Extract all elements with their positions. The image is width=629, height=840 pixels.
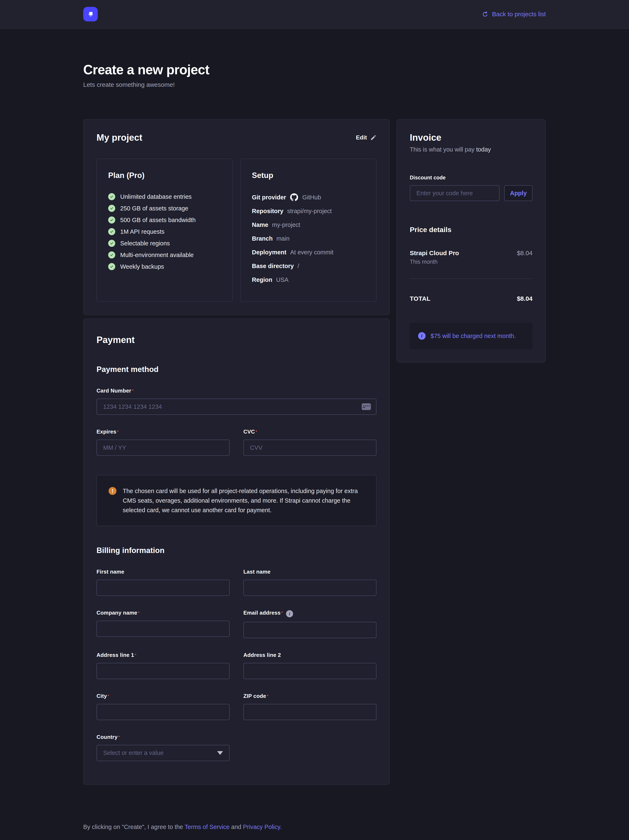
- required-asterisk: *: [118, 735, 120, 739]
- plan-feature-label: Selectable regions: [120, 240, 170, 247]
- zip-code-label: ZIP code: [243, 693, 266, 699]
- plan-feature-label: Weekly backups: [120, 263, 164, 270]
- page: Back to projects list Create a new proje…: [0, 0, 629, 840]
- check-icon: [108, 228, 115, 235]
- last-name-field: Last name: [243, 568, 377, 596]
- city-field: City*: [96, 693, 230, 720]
- invoice-title: Invoice: [410, 133, 533, 143]
- invoice-subtitle: This is what you will pay today: [410, 146, 533, 153]
- setup-row-region: Region USA: [252, 276, 365, 284]
- first-name-input[interactable]: [96, 579, 230, 596]
- apply-discount-button[interactable]: Apply: [504, 185, 533, 201]
- city-label: City: [96, 693, 107, 699]
- email-address-label: Email address: [243, 609, 281, 616]
- country-select[interactable]: Select or enter a value: [96, 745, 230, 761]
- setup-row-name: Name my-project: [252, 221, 365, 229]
- my-project-card: My project Edit: [83, 119, 390, 315]
- address-line-1-input[interactable]: [96, 663, 230, 679]
- setup-rows: Git provider GitHub Repository strapi/my…: [252, 193, 365, 284]
- setup-label: Repository: [252, 208, 283, 215]
- payment-card: Payment Payment method Card Number*: [83, 319, 390, 785]
- strapi-logo-icon: [86, 9, 95, 19]
- terms-agreement-text: By clicking on "Create", I agree to the …: [83, 824, 390, 831]
- billing-information-title: Billing information: [96, 546, 377, 555]
- invoice-card: Invoice This is what you will pay today …: [396, 119, 546, 363]
- discount-code-input[interactable]: [410, 185, 500, 201]
- setup-row-base-directory: Base directory /: [252, 262, 365, 270]
- company-name-input[interactable]: [96, 621, 230, 637]
- plan-feature: Unlimited database entries: [108, 193, 221, 200]
- back-to-projects-link[interactable]: Back to projects list: [482, 11, 546, 18]
- last-name-label: Last name: [243, 568, 270, 575]
- company-name-label: Company name: [96, 609, 137, 616]
- setup-title: Setup: [252, 171, 365, 180]
- address-line-2-label: Address line 2: [243, 652, 281, 658]
- setup-label: Deployment: [252, 249, 287, 256]
- setup-value: main: [276, 235, 290, 242]
- back-link-label: Back to projects list: [492, 11, 546, 18]
- check-icon: [108, 251, 115, 259]
- cvc-label: CVC: [243, 428, 255, 435]
- plan-feature: Weekly backups: [108, 263, 221, 270]
- country-field: Country* Select or enter a value: [96, 734, 230, 761]
- app-header: Back to projects list: [0, 0, 629, 29]
- setup-row-branch: Branch main: [252, 234, 365, 243]
- setup-value: /: [298, 263, 299, 270]
- edit-button[interactable]: Edit: [356, 134, 377, 141]
- price-line-item: Strapi Cloud Pro $8.04: [410, 249, 533, 257]
- plan-title: Plan (Pro): [108, 171, 221, 180]
- address-line-1-label: Address line 1: [96, 652, 134, 658]
- discount-code-field: Discount code Apply: [410, 175, 533, 201]
- company-name-field: Company name*: [96, 609, 230, 638]
- price-details-title: Price details: [410, 226, 533, 234]
- price-item-amount: $8.04: [517, 249, 533, 257]
- pencil-icon: [370, 134, 377, 141]
- email-address-input[interactable]: [243, 622, 377, 638]
- required-asterisk: *: [281, 611, 283, 614]
- plan-feature-label: 250 GB of assets storage: [120, 205, 188, 212]
- setup-label: Name: [252, 221, 268, 228]
- country-select-placeholder: Select or enter a value: [103, 750, 164, 756]
- next-month-notice: i $75 will be charged next month.: [410, 323, 533, 349]
- required-asterisk: *: [132, 389, 133, 393]
- edit-button-label: Edit: [356, 134, 367, 141]
- city-input[interactable]: [96, 704, 230, 720]
- zip-code-input[interactable]: [243, 704, 377, 720]
- terms-of-service-link[interactable]: Terms of Service: [185, 824, 230, 830]
- plan-feature: 1M API requests: [108, 228, 221, 235]
- check-icon: [108, 193, 115, 200]
- required-asterisk: *: [108, 694, 109, 698]
- required-asterisk: *: [117, 430, 118, 434]
- card-number-input[interactable]: [96, 399, 377, 415]
- plan-feature: Selectable regions: [108, 240, 221, 247]
- page-title: Create a new project: [83, 62, 546, 77]
- strapi-cloud-logo[interactable]: [83, 7, 98, 21]
- card-number-field: Card Number*: [96, 388, 377, 415]
- expires-label: Expires: [96, 428, 116, 435]
- required-asterisk: *: [256, 430, 257, 434]
- cvc-input[interactable]: [243, 440, 377, 456]
- first-name-field: First name: [96, 568, 230, 596]
- card-usage-note-text: The chosen card will be used for all pro…: [123, 486, 364, 515]
- chevron-down-icon: [217, 751, 223, 755]
- last-name-input[interactable]: [243, 579, 377, 596]
- expires-input[interactable]: [96, 440, 230, 456]
- plan-feature-label: 1M API requests: [120, 228, 164, 235]
- address-line-2-input[interactable]: [243, 663, 377, 679]
- setup-label: Branch: [252, 235, 273, 242]
- zip-code-field: ZIP code*: [243, 693, 377, 720]
- github-icon: [290, 193, 298, 201]
- check-icon: [108, 205, 115, 212]
- check-icon: [108, 240, 115, 247]
- privacy-policy-link[interactable]: Privacy Policy.: [243, 824, 282, 830]
- setup-row-repository: Repository strapi/my-project: [252, 207, 365, 215]
- setup-value: my-project: [272, 221, 300, 228]
- required-asterisk: *: [135, 653, 136, 657]
- price-item-name: Strapi Cloud Pro: [410, 249, 459, 257]
- terms-and: and: [230, 824, 243, 830]
- card-number-label: Card Number: [96, 388, 131, 394]
- total-label: TOTAL: [410, 295, 430, 302]
- expires-field: Expires*: [96, 428, 230, 456]
- terms-prefix: By clicking on "Create", I agree to the: [83, 824, 185, 830]
- email-address-field: Email address*i: [243, 609, 377, 638]
